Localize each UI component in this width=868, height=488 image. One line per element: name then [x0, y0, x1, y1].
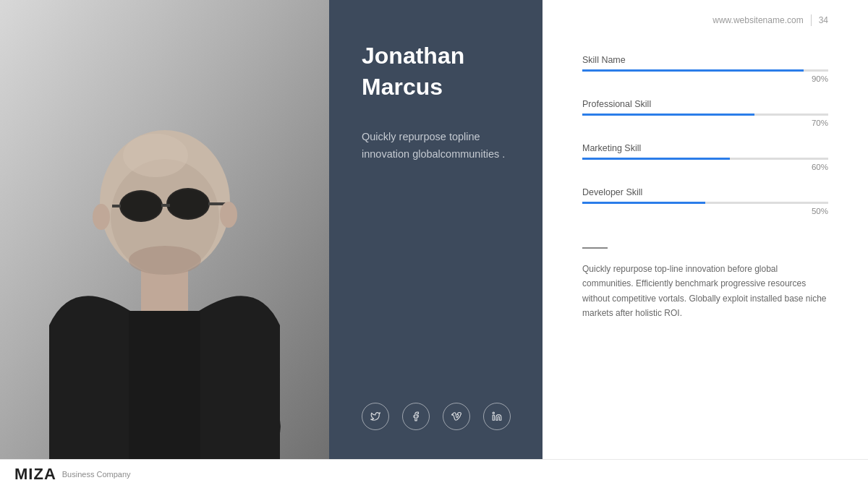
photo-section: [0, 0, 329, 459]
svg-rect-10: [161, 204, 170, 207]
info-panel: Jonathan Marcus Quickly repurpose toplin…: [329, 0, 542, 459]
svg-point-9: [168, 189, 208, 218]
skill-bar-bg-4: [582, 202, 828, 204]
skill-percent-1: 90%: [582, 74, 828, 83]
first-name: Jonathan: [362, 43, 514, 69]
skill-label-3: Marketing Skill: [582, 143, 828, 153]
vimeo-icon[interactable]: [443, 403, 470, 430]
brand-tagline: Business Company: [62, 470, 131, 479]
header-bar: www.websitename.com 34: [582, 14, 828, 26]
description-text: Quickly repurpose top-line innovation be…: [582, 262, 828, 321]
skill-item-3: Marketing Skill 60%: [582, 143, 828, 171]
svg-point-14: [220, 202, 237, 228]
svg-point-7: [121, 192, 161, 221]
skill-bar-bg-3: [582, 158, 828, 160]
skills-container: Skill Name 90% Professional Skill 70% Ma…: [582, 55, 828, 231]
social-icons-container: [362, 388, 514, 430]
svg-point-16: [123, 134, 188, 177]
page-number: 34: [819, 15, 828, 25]
svg-rect-11: [112, 205, 121, 207]
svg-point-18: [493, 412, 494, 414]
skill-percent-4: 50%: [582, 207, 828, 215]
svg-point-15: [129, 246, 201, 275]
skills-section: www.websitename.com 34 Skill Name 90% Pr…: [542, 0, 868, 459]
skill-bar-fill-3: [582, 158, 730, 160]
facebook-icon[interactable]: [402, 403, 430, 430]
skill-item-1: Skill Name 90%: [582, 55, 828, 83]
website-url: www.websitename.com: [712, 15, 803, 25]
skill-bar-bg-1: [582, 69, 828, 72]
skill-item-4: Developer Skill 50%: [582, 187, 828, 215]
section-divider: [582, 247, 608, 249]
last-name: Marcus: [362, 74, 514, 100]
person-bio: Quickly repurpose topline innovation glo…: [362, 129, 514, 163]
twitter-icon[interactable]: [362, 403, 389, 430]
skill-percent-3: 60%: [582, 163, 828, 171]
skill-bar-bg-2: [582, 114, 828, 116]
skill-label-2: Professional Skill: [582, 99, 828, 109]
skill-label-1: Skill Name: [582, 55, 828, 65]
skill-bar-fill-4: [582, 202, 705, 204]
brand-name: MIZA: [14, 465, 56, 484]
skill-label-4: Developer Skill: [582, 187, 828, 197]
linkedin-icon[interactable]: [483, 403, 511, 430]
footer-bar: MIZA Business Company: [0, 459, 868, 488]
page-divider: [811, 14, 812, 26]
svg-point-13: [93, 204, 110, 230]
svg-rect-17: [129, 311, 200, 459]
skill-bar-fill-2: [582, 114, 754, 116]
skill-percent-2: 70%: [582, 119, 828, 127]
skill-item-2: Professional Skill 70%: [582, 99, 828, 127]
skill-bar-fill-1: [582, 69, 804, 72]
